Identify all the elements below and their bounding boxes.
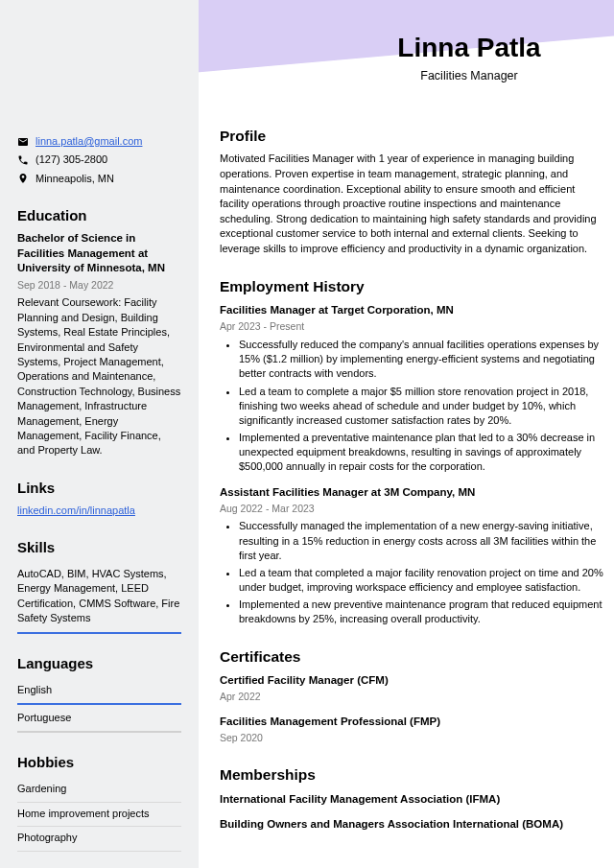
memberships-section: Memberships International Facility Manag… — [220, 764, 603, 832]
email-icon — [17, 136, 29, 148]
education-degree: Bachelor of Science in Facilities Manage… — [17, 231, 181, 276]
hobbies-heading: Hobbies — [17, 752, 181, 772]
education-heading: Education — [17, 205, 181, 225]
certificate-title: Facilities Management Professional (FMP) — [220, 714, 603, 729]
certificates-section: Certificates Certified Facility Manager … — [220, 646, 603, 745]
employment-section: Employment History Facilities Manager at… — [220, 276, 603, 627]
job-bullet: Led a team to complete a major $5 millio… — [239, 385, 603, 429]
job-title: Facilities Manager at Target Corporation… — [220, 302, 603, 317]
job-bullets: Successfully reduced the company's annua… — [220, 338, 603, 475]
contact-location-row: Minneapolis, MN — [17, 172, 181, 186]
contact-email-row: linna.patla@gmail.com — [17, 134, 181, 149]
contact-phone-row: (127) 305-2800 — [17, 152, 181, 167]
job-bullet: Implemented a new preventive maintenance… — [239, 598, 603, 626]
sidebar: linna.patla@gmail.com (127) 305-2800 Min… — [0, 0, 199, 868]
job-bullets: Successfully managed the implementation … — [220, 519, 603, 626]
language-item: English — [17, 679, 181, 705]
certificates-heading: Certificates — [220, 646, 603, 668]
linkedin-link[interactable]: linkedin.com/in/linnapatla — [17, 504, 135, 516]
hobby-item: Home improvement projects — [17, 803, 181, 827]
job-bullet: Successfully reduced the company's annua… — [239, 338, 603, 382]
candidate-title: Facilities Manager — [335, 68, 603, 85]
job-dates: Aug 2022 - Mar 2023 — [220, 502, 603, 516]
memberships-heading: Memberships — [220, 764, 603, 786]
candidate-name: Linna Patla — [335, 29, 603, 66]
resume-container: linna.patla@gmail.com (127) 305-2800 Min… — [0, 0, 614, 868]
certificate-date: Apr 2022 — [220, 690, 603, 704]
profile-section: Profile Motivated Facilities Manager wit… — [220, 126, 603, 257]
main-column: Linna Patla Facilities Manager Profile M… — [199, 0, 614, 868]
profile-text: Motivated Facilities Manager with 1 year… — [220, 152, 603, 256]
education-dates: Sep 2018 - May 2022 — [17, 278, 181, 293]
email-link[interactable]: linna.patla@gmail.com — [35, 134, 142, 149]
hobby-item: Photography — [17, 827, 181, 851]
membership-item: Building Owners and Managers Association… — [220, 816, 603, 832]
membership-item: International Facility Management Associ… — [220, 791, 603, 807]
certificate-title: Certified Facility Manager (CFM) — [220, 672, 603, 688]
job-dates: Apr 2023 - Present — [220, 319, 603, 334]
language-item: Portuguese — [17, 707, 181, 733]
links-heading: Links — [17, 478, 181, 498]
skills-heading: Skills — [17, 537, 181, 557]
certificate-date: Sep 2020 — [220, 731, 603, 745]
education-coursework: Relevant Coursework: Facility Planning a… — [17, 295, 181, 457]
job-bullet: Successfully managed the implementation … — [239, 519, 603, 563]
location-text: Minneapolis, MN — [35, 172, 114, 186]
job-bullet: Implemented a preventative maintenance p… — [239, 431, 603, 475]
profile-heading: Profile — [220, 126, 603, 147]
job-title: Assistant Facilities Manager at 3M Compa… — [220, 484, 603, 500]
hobby-item: Gardening — [17, 778, 181, 802]
phone-text: (127) 305-2800 — [35, 152, 107, 167]
skills-text: AutoCAD, BIM, HVAC Systems, Energy Manag… — [17, 563, 181, 634]
header-block: Linna Patla Facilities Manager — [335, 29, 603, 85]
location-icon — [17, 173, 29, 184]
employment-heading: Employment History — [220, 276, 603, 297]
languages-heading: Languages — [17, 653, 181, 673]
phone-icon — [17, 154, 29, 166]
job-bullet: Led a team that completed a major facili… — [239, 566, 603, 595]
